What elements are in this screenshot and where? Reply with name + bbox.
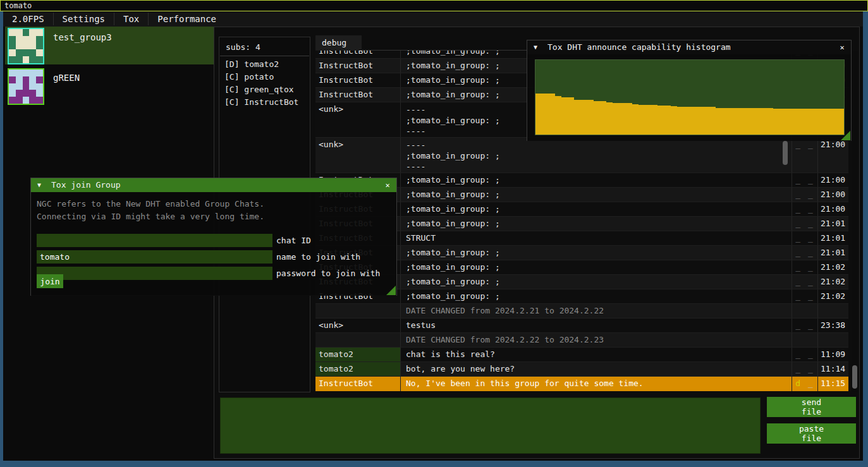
join-group-window: ▼ Tox join Group ✕ NGC refers to the New… [30, 178, 397, 296]
histogram-bar [761, 108, 767, 135]
message-text: No, I've been in this group for quite so… [400, 377, 792, 391]
histogram-bar [632, 104, 639, 135]
tab-debug[interactable]: debug [315, 35, 362, 51]
message-flags: _ _ [792, 217, 817, 231]
chat-id-label: chat ID [276, 234, 311, 247]
histogram-bar [825, 109, 831, 135]
message-text: STRUCT [400, 231, 792, 245]
message-text: ;tomato_in_group: ; [400, 173, 792, 187]
message-text: ;tomato_in_group: ; [400, 246, 792, 260]
message-text: ;tomato_in_group: ; [400, 275, 792, 289]
histogram-bar [594, 101, 600, 135]
menu-item-settings[interactable]: Settings [54, 11, 114, 27]
chat-id-input[interactable] [37, 234, 272, 247]
histogram-bar [568, 97, 574, 135]
close-icon[interactable]: ✕ [837, 42, 847, 52]
join-group-body: NGC refers to the New DHT enabled Group … [31, 192, 396, 296]
join-password-input[interactable] [37, 267, 272, 280]
message-flags: d _ [792, 377, 817, 391]
message-flags: _ _ [792, 231, 817, 245]
message-text: ;tomato_in_group: ; [400, 202, 792, 216]
member-item[interactable]: [D] tomato2 [219, 56, 310, 69]
message-flags: _ _ [792, 318, 817, 332]
message-time: 21:00 [817, 138, 848, 173]
histogram-bar [735, 108, 741, 135]
collapse-arrow-icon[interactable]: ▼ [534, 40, 537, 54]
message-time: 21:00 [817, 173, 848, 187]
message-flags: _ _ [792, 348, 817, 361]
histogram-bar [812, 109, 818, 135]
dht-histogram-plot [535, 59, 845, 135]
collapse-arrow-icon[interactable]: ▼ [37, 178, 41, 192]
histogram-bar [664, 106, 670, 135]
chat-row[interactable]: <unk>testus_ _23:38 [315, 318, 848, 333]
join-button[interactable]: join [37, 274, 63, 288]
histogram-bar [748, 108, 754, 135]
join-password-row: password to join with [37, 267, 392, 280]
os-window-title: tomato [4, 1, 32, 10]
resize-grip[interactable] [386, 286, 396, 295]
chat-scrollbar-grip[interactable] [852, 365, 857, 389]
join-name-input[interactable] [37, 250, 272, 264]
close-icon[interactable]: ✕ [382, 180, 393, 190]
menu-item-tox[interactable]: Tox [114, 11, 148, 27]
chat-row[interactable]: DATE CHANGED from 2024.2.21 to 2024.2.22 [315, 304, 848, 318]
paste-file-button[interactable]: paste file [767, 423, 856, 444]
message-sender: InstructBot [315, 51, 400, 58]
members-count: subs: 4 [219, 37, 310, 56]
message-sender: InstructBot [315, 73, 400, 87]
join-info-line: Connecting via ID might take a very long… [31, 210, 396, 223]
chat-row[interactable]: DATE CHANGED from 2024.2.22 to 2024.2.23 [315, 333, 848, 348]
histogram-bar [728, 108, 735, 135]
chat-row[interactable]: tomato2chat is this real?_ _11:09 [315, 348, 848, 362]
message-time: 21:01 [817, 246, 848, 260]
member-item[interactable]: [C] InstructBot [219, 94, 310, 107]
chat-scrollbar[interactable] [852, 51, 858, 392]
chat-row[interactable]: InstructBotNo, I've been in this group f… [315, 377, 848, 391]
histogram-bar [574, 100, 580, 135]
sidebar-item-test_group3[interactable]: test_group3 [5, 27, 214, 64]
message-time: 11:09 [817, 348, 848, 361]
histogram-bar [819, 109, 825, 135]
member-item[interactable]: [C] green_qtox [219, 82, 310, 94]
message-text: DATE CHANGED from 2024.2.22 to 2024.2.23 [400, 333, 792, 347]
histogram-bar [651, 105, 657, 135]
group-avatar [8, 28, 44, 64]
message-flags [792, 333, 817, 347]
message-sender: tomato2 [315, 348, 400, 361]
message-input[interactable] [220, 397, 761, 454]
histogram-bar [696, 107, 702, 135]
message-text: ;tomato_in_group: ; [400, 217, 792, 231]
sidebar-item-gREEN[interactable]: gREEN [5, 67, 214, 106]
screen: tomato 2.0FPS SettingsToxPerformance tes… [0, 0, 868, 467]
message-time: 21:01 [817, 217, 848, 231]
message-text: ;tomato_in_group: ; [400, 289, 792, 303]
histogram-bar [555, 96, 561, 135]
histogram-bar [587, 100, 593, 135]
message-scrollbar-grip[interactable] [783, 141, 788, 165]
message-text: ---- ;tomato_in_group: ; ---- [400, 138, 792, 173]
histogram-bar [799, 109, 805, 135]
message-text: bot, are you new here? [400, 362, 792, 376]
histogram-bar [683, 107, 690, 135]
histogram-bar [793, 109, 799, 135]
join-group-title: Tox join Group [51, 178, 121, 192]
dht-histogram-titlebar[interactable]: ▼ Tox DHT announce capability histogram … [527, 40, 851, 54]
message-sender: <unk> [315, 318, 400, 332]
resize-grip[interactable] [841, 131, 850, 140]
os-window-titlebar[interactable]: tomato [0, 0, 868, 11]
member-item[interactable]: [C] potato [219, 69, 310, 82]
histogram-bar [645, 105, 651, 135]
join-info-line: NGC refers to the New DHT enabled Group … [31, 192, 396, 210]
send-file-button[interactable]: send file [767, 397, 856, 417]
chat-row[interactable]: <unk>---- ;tomato_in_group: ; ----_ _21:… [315, 138, 848, 173]
histogram-bar [606, 102, 613, 135]
chat-row[interactable]: tomato2bot, are you new here?_ _11:14 [315, 362, 848, 377]
message-flags: _ _ [792, 362, 817, 376]
menu-item-performance[interactable]: Performance [149, 11, 225, 27]
message-time: 21:02 [817, 289, 848, 303]
join-group-titlebar[interactable]: ▼ Tox join Group ✕ [31, 178, 396, 192]
histogram-bar [742, 108, 748, 135]
message-text: testus [400, 318, 792, 332]
histogram-bar [805, 109, 812, 135]
